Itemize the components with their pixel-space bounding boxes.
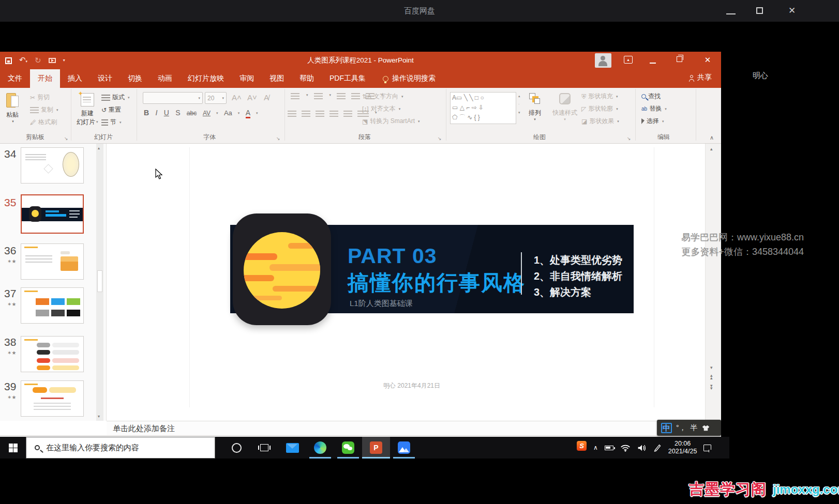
scroll-down-icon[interactable]: ▾ (710, 365, 713, 370)
align-left-icon[interactable] (288, 111, 296, 117)
notes-pane[interactable]: 单击此处添加备注 ▾ (107, 421, 721, 435)
notes-placeholder[interactable]: 单击此处添加备注 (113, 424, 175, 434)
increase-indent-icon[interactable] (351, 93, 360, 99)
ppt-minimize-button[interactable] (650, 58, 656, 64)
cut-button[interactable]: ✂ 剪切 (30, 93, 50, 102)
next-slide-button[interactable]: ▾▾ (710, 385, 713, 390)
start-slideshow-icon[interactable] (49, 58, 56, 63)
grow-font-icon[interactable]: A˄ (232, 93, 242, 102)
player-close-button[interactable]: ✕ (787, 7, 797, 15)
pen-icon[interactable] (653, 444, 662, 452)
ribbon-display-options-icon[interactable]: ▴ (624, 56, 633, 64)
wechat-app-button[interactable] (334, 437, 362, 459)
font-color-button[interactable]: A (246, 109, 250, 118)
tab-slideshow[interactable]: 幻灯片放映 (180, 69, 232, 88)
undo-icon[interactable]: ↶▾ (19, 55, 27, 67)
align-center-icon[interactable] (302, 111, 310, 117)
font-dialog-launcher[interactable]: ↘ (276, 136, 280, 141)
thumbnail-slide-34[interactable] (21, 147, 84, 184)
ime-mode-indicator[interactable]: 中 (661, 423, 672, 433)
thumbnail-slide-36[interactable] (21, 243, 84, 280)
player-minimize-button[interactable] (726, 9, 736, 14)
tab-home[interactable]: 开始 (30, 69, 60, 88)
justify-icon[interactable] (329, 111, 338, 117)
distribute-icon[interactable] (343, 111, 352, 117)
clear-format-icon[interactable]: A̸ (264, 93, 269, 102)
battery-icon[interactable] (605, 446, 613, 450)
text-direction-button[interactable]: ⇅A 文字方向▾ (362, 92, 403, 101)
mail-app-button[interactable] (278, 437, 306, 459)
powerpoint-app-button[interactable]: P (362, 437, 390, 459)
bullets-icon[interactable] (291, 93, 299, 99)
char-spacing-button[interactable]: AV (203, 110, 211, 117)
edge-app-button[interactable] (306, 437, 334, 459)
section-button[interactable]: 节▾ (101, 118, 122, 127)
action-center-icon[interactable] (703, 445, 711, 451)
copy-button[interactable]: 复制▾ (30, 105, 58, 114)
tab-review[interactable]: 审阅 (232, 69, 262, 88)
tell-me-search[interactable]: 操作说明搜索 (383, 69, 436, 88)
shape-outline-button[interactable]: ◸ 形状轮廓▾ (581, 104, 618, 113)
replace-button[interactable]: ab替换▾ (641, 104, 667, 113)
save-icon[interactable] (5, 57, 12, 64)
thumb-scroll-down-icon[interactable]: ▾ (98, 414, 100, 419)
taskbar-search-box[interactable]: 在这里输入你要搜索的内容 (26, 437, 215, 459)
customize-qat-icon[interactable]: ▾ (63, 55, 65, 66)
numbering-icon[interactable] (314, 93, 323, 99)
clock[interactable]: 20:062021/4/25 (668, 440, 697, 455)
select-button[interactable]: 选择▾ (641, 117, 664, 126)
decrease-indent-icon[interactable] (337, 93, 346, 99)
previous-slide-button[interactable]: ▴▴ (710, 374, 713, 379)
share-button[interactable]: 共享 (689, 73, 712, 82)
avatar[interactable] (595, 53, 611, 68)
ime-punctuation-indicator[interactable]: °， (676, 423, 686, 433)
shape-fill-button[interactable]: ⛨ 形状填充▾ (581, 92, 618, 101)
clipboard-dialog-launcher[interactable]: ↘ (64, 136, 68, 141)
shrink-font-icon[interactable]: A˅ (247, 93, 257, 102)
text-shadow-button[interactable]: S (175, 109, 180, 117)
arrange-button[interactable]: 排列 ▾ (529, 93, 541, 121)
format-painter-button[interactable]: 🖉 格式刷 (30, 118, 57, 127)
align-right-icon[interactable] (316, 111, 324, 117)
scroll-up-icon[interactable]: ▴ (710, 146, 713, 151)
italic-button[interactable]: I (155, 109, 157, 117)
task-view-button[interactable] (250, 437, 278, 459)
hidden-icons-chevron[interactable]: ∧ (593, 444, 598, 451)
shapes-gallery[interactable]: A▭ ╲ ╲ □ ○ ▭ △ ⌐ ⇨ ⇩ ⬠ ⌒ ∿ { } (450, 92, 516, 124)
tab-view[interactable]: 视图 (262, 69, 292, 88)
tab-insert[interactable]: 插入 (60, 69, 90, 88)
wifi-icon[interactable] (620, 444, 631, 452)
cortana-button[interactable] (222, 437, 250, 459)
thumbnail-slide-38[interactable] (21, 336, 84, 372)
tab-file[interactable]: 文件 (0, 69, 30, 88)
collapse-ribbon-icon[interactable]: ∧ (710, 134, 714, 141)
font-name-combo[interactable]: ▾ (143, 92, 203, 104)
docs-app-button[interactable] (390, 437, 418, 459)
player-maximize-button[interactable] (756, 7, 763, 14)
change-case-button[interactable]: Aa (224, 109, 232, 117)
underline-button[interactable]: U (164, 109, 169, 117)
thumbnail-scrollbar[interactable] (96, 144, 103, 421)
sogou-ime-icon[interactable]: S (577, 441, 587, 451)
ime-halfwidth-indicator[interactable]: 半 (691, 423, 698, 433)
smartart-button[interactable]: ⬔ 转换为 SmartArt▾ (362, 117, 420, 126)
layout-button[interactable]: 版式▾ (101, 93, 130, 102)
bold-button[interactable]: B (144, 109, 149, 117)
paragraph-dialog-launcher[interactable]: ↘ (438, 136, 442, 141)
new-slide-button[interactable]: ✦ 新建 幻灯片▾ (77, 92, 98, 127)
tab-design[interactable]: 设计 (90, 69, 120, 88)
redo-icon[interactable]: ↻ (35, 55, 41, 66)
ime-skin-icon[interactable] (702, 425, 710, 431)
paste-button[interactable]: 粘贴 ▾ (6, 92, 20, 124)
tab-help[interactable]: 帮助 (292, 69, 322, 88)
start-button[interactable] (0, 437, 26, 459)
thumbnail-slide-37[interactable] (21, 287, 84, 324)
tab-pdf-tools[interactable]: PDF工具集 (322, 69, 373, 88)
reset-button[interactable]: ↺ 重置 (101, 105, 121, 114)
ppt-restore-button[interactable] (677, 56, 682, 62)
strikethrough-button[interactable]: abc (187, 110, 197, 117)
thumbnail-slide-35[interactable] (21, 194, 84, 234)
thumbnail-scrollbar-thumb[interactable] (97, 270, 102, 292)
tab-animations[interactable]: 动画 (150, 69, 180, 88)
shape-effects-button[interactable]: ◪ 形状效果▾ (581, 117, 619, 126)
